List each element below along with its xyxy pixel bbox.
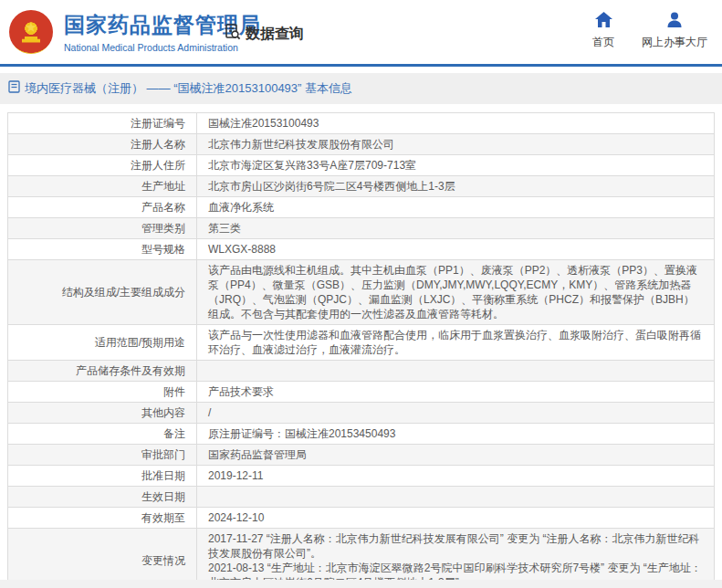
row-value: 国家药品监督管理局 [197,445,715,466]
table-row: 注册人住所北京市海淀区复兴路33号A座7层709-713室 [8,155,715,176]
table-row: 型号规格WLXGX-8888 [8,239,715,260]
table-row: 附件产品技术要求 [8,382,715,403]
row-value: 北京市房山区沙岗街6号院二区4号楼西侧地上1-3层 [197,176,715,197]
table-row: 注册人名称北京伟力新世纪科技发展股份有限公司 [8,134,715,155]
row-value: 国械注准20153100493 [197,113,715,134]
footer-strip [0,580,722,588]
row-value: 该产品与一次性使用滤器和血液管路配合使用，临床用于血浆置换治疗、血浆吸附治疗、蛋… [197,325,715,361]
row-value: / [197,403,715,424]
nav-home[interactable]: 首页 [592,12,614,50]
row-value: 产品技术要求 [197,382,715,403]
row-value [197,361,715,382]
row-value: 该产品由电源线和主机组成。其中主机由血泵（PP1）、废液泵（PP2）、透析液泵（… [197,260,715,325]
nav-home-label: 首页 [592,35,614,50]
row-label: 附件 [8,382,197,403]
row-label: 注册人名称 [8,134,197,155]
row-value: 2019-12-11 [197,466,715,487]
page-icon [8,80,20,97]
row-value: 血液净化系统 [197,197,715,218]
registration-info-table: 注册证编号国械注准20153100493注册人名称北京伟力新世纪科技发展股份有限… [7,112,715,588]
nav-service-hall-label: 网上办事大厅 [642,35,707,50]
row-label: 适用范围/预期用途 [8,325,197,361]
breadcrumb: 境内医疗器械（注册） —— “国械注准20153100493” 基本信息 [0,73,722,104]
row-label: 生产地址 [8,176,197,197]
table-row: 有效期至2024-12-10 [8,508,715,529]
info-table-body: 注册证编号国械注准20153100493注册人名称北京伟力新世纪科技发展股份有限… [8,113,715,588]
row-label: 结构及组成/主要组成成分 [8,260,197,325]
row-label: 注册人住所 [8,155,197,176]
row-label: 产品名称 [8,197,197,218]
gate-icon [22,37,40,43]
home-icon [595,12,612,31]
row-label: 产品储存条件及有效期 [8,361,197,382]
table-row: 批准日期2019-12-11 [8,466,715,487]
row-label: 备注 [8,424,197,445]
nav-service-hall[interactable]: 网上办事大厅 [642,12,707,50]
table-row: 注册证编号国械注准20153100493 [8,113,715,134]
row-label: 有效期至 [8,508,197,529]
table-row: 备注原注册证编号：国械注准20153450493 [8,424,715,445]
row-value: 第三类 [197,218,715,239]
star-icon: ★ [25,20,37,34]
row-value: WLXGX-8888 [197,239,715,260]
row-value: 北京伟力新世纪科技发展股份有限公司 [197,134,715,155]
row-value: 原注册证编号：国械注准20153450493 [197,424,715,445]
page-header: ★ 国家药品监督管理局 National Medical Products Ad… [0,0,722,64]
table-row: 适用范围/预期用途该产品与一次性使用滤器和血液管路配合使用，临床用于血浆置换治疗… [8,325,715,361]
row-value: 北京市海淀区复兴路33号A座7层709-713室 [197,155,715,176]
table-row: 生效日期 [8,487,715,508]
table-row: 生产地址北京市房山区沙岗街6号院二区4号楼西侧地上1-3层 [8,176,715,197]
person-icon [666,12,683,31]
row-value: 2024-12-10 [197,508,715,529]
document-search-icon [224,23,242,45]
table-row: 管理类别第三类 [8,218,715,239]
table-row: 产品名称血液净化系统 [8,197,715,218]
row-label: 注册证编号 [8,113,197,134]
table-row: 结构及组成/主要组成成分该产品由电源线和主机组成。其中主机由血泵（PP1）、废液… [8,260,715,325]
table-row: 其他内容/ [8,403,715,424]
data-query-label: 数据查询 [246,25,304,44]
data-query-nav[interactable]: 数据查询 [224,23,304,45]
national-emblem-icon: ★ [9,10,53,54]
row-label: 型号规格 [8,239,197,260]
row-label: 生效日期 [8,487,197,508]
top-nav: 首页 网上办事大厅 [592,12,707,50]
row-label: 批准日期 [8,466,197,487]
table-row: 产品储存条件及有效期 [8,361,715,382]
row-label: 其他内容 [8,403,197,424]
row-label: 管理类别 [8,218,197,239]
page-title: 境内医疗器械（注册） —— “国械注准20153100493” 基本信息 [25,80,352,97]
row-value [197,487,715,508]
table-row: 审批部门国家药品监督管理局 [8,445,715,466]
row-label: 审批部门 [8,445,197,466]
header-divider [0,64,722,67]
